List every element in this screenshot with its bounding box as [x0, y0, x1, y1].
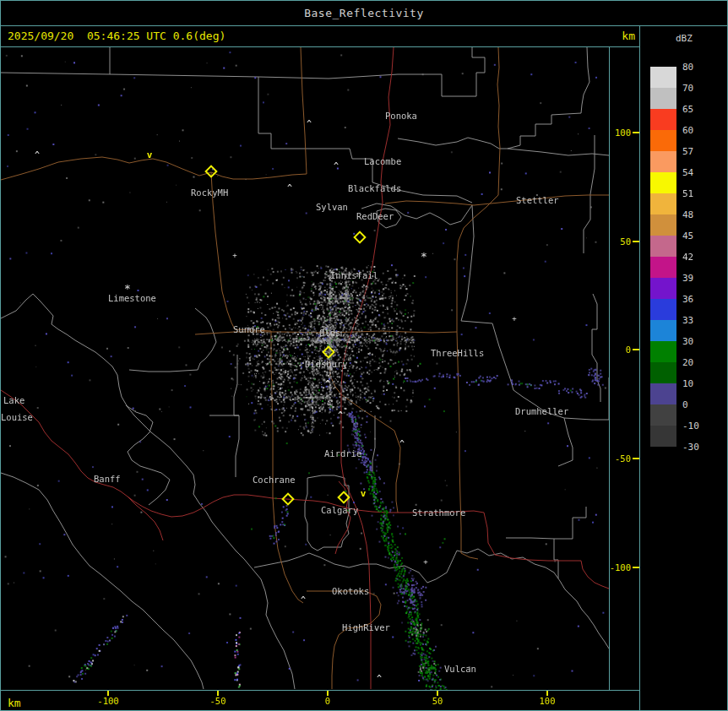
colorbar-tick-label: 80 [682, 62, 693, 72]
colorbar-swatch [650, 278, 676, 299]
top-km-unit-label: km [622, 30, 635, 42]
radar-application-window: Base_Reflectivity 2025/09/20 05:46:25 UT… [0, 0, 728, 711]
x-axis-tick-label: 100 [540, 697, 556, 706]
colorbar-swatch [650, 172, 676, 193]
colorbar-tick-label: 70 [682, 84, 693, 93]
colorbar-swatch [650, 426, 676, 447]
vee-marker-icon: v [147, 150, 153, 160]
summit-caret-icon: ^ [377, 675, 382, 683]
colorbar-tick-label: 48 [682, 210, 693, 220]
city-label-blackfalds: Blackfalds [348, 184, 401, 193]
colorbar-tick-label: 39 [682, 274, 693, 283]
colorbar-tick-label: 20 [682, 358, 693, 367]
colorbar-tick-label: -30 [682, 442, 699, 452]
map-pane: 2025/09/20 05:46:25 UTC 0.6(deg) km [1, 26, 640, 710]
colorbar-panel: dBZ 807065605754514845423936333020100-10… [640, 26, 728, 711]
y-axis-tick-label: 50 [620, 237, 631, 247]
map-right-border [609, 47, 610, 690]
city-label-drumheller: Drumheller [515, 407, 568, 416]
summit-caret-icon: ^ [301, 596, 306, 605]
colorbar-swatch [650, 383, 676, 404]
colorbar-swatch [650, 299, 676, 320]
colorbar-swatch [650, 362, 676, 383]
summit-caret-icon: ^ [334, 162, 339, 171]
city-label-strathmore: Strathmore [412, 508, 465, 518]
summit-caret-icon: ^ [287, 184, 292, 193]
title-bar: Base_Reflectivity [1, 1, 727, 26]
colorbar-swatch [650, 151, 676, 172]
summit-caret-icon: ^ [35, 151, 40, 160]
colorbar-swatch [650, 341, 676, 362]
summit-caret-icon: ^ [325, 380, 330, 388]
city-label-okotoks: Okotoks [332, 587, 369, 596]
city-label-olds: Olds [319, 328, 340, 338]
colorbar-tick-label: 57 [682, 147, 693, 156]
colorbar-swatch [650, 130, 676, 151]
city-label-cochrane: Cochrane [253, 475, 296, 485]
asterisk-marker-icon: * [421, 251, 427, 262]
colorbar-swatch [650, 67, 676, 88]
colorbar-tick-label: 30 [682, 337, 693, 346]
y-axis-tick-label: 0 [626, 345, 631, 355]
colorbar-swatch [650, 236, 676, 257]
city-label-didsbury: Didsbury [305, 360, 348, 369]
city-label-lake: Lake [3, 396, 24, 405]
window-title: Base_Reflectivity [304, 7, 424, 19]
city-label-limestone: Limestone [108, 294, 156, 303]
x-axis: km -100-50050100 [1, 690, 639, 710]
summit-caret-icon: ^ [338, 411, 343, 420]
city-label-highriver: HighRiver [342, 623, 390, 632]
x-axis-tick-label: 50 [432, 697, 443, 706]
colorbar-tick-label: 51 [682, 189, 693, 198]
colorbar-tick-label: 33 [682, 316, 693, 325]
bottom-km-unit-label: km [8, 697, 21, 709]
city-label-lacombe: Lacombe [364, 157, 401, 166]
colorbar-swatch [650, 214, 676, 236]
city-label-louise: Louise [1, 413, 33, 422]
city-label-sundre: Sundre [233, 325, 265, 334]
summit-caret-icon: ^ [399, 440, 405, 448]
y-axis-tick-label: 100 [615, 128, 631, 138]
city-label-banff: Banff [94, 475, 121, 484]
city-label-stettler: Stettler [516, 196, 559, 205]
colorbar-swatch [650, 320, 676, 341]
y-axis-tick-mark [633, 241, 639, 242]
city-label-innisfail: Innisfail [330, 271, 378, 280]
colorbar-tick-label: 0 [682, 400, 688, 410]
colorbar-tick-label: -10 [682, 421, 699, 431]
x-axis-tick-label: 0 [325, 697, 330, 706]
colorbar-swatch [650, 109, 676, 130]
city-label-rockymh: RockyMH [191, 188, 228, 198]
y-axis-tick-mark [633, 349, 639, 350]
x-axis-tick-label: -100 [97, 697, 118, 706]
x-axis-tick-label: -50 [210, 697, 226, 706]
timestamp-label: 2025/09/20 05:46:25 UTC 0.6(deg) [8, 30, 225, 42]
colorbar-tick-label: 36 [682, 295, 693, 304]
colorbar-tick-label: 10 [682, 379, 693, 388]
y-axis-tick-label: -100 [610, 563, 631, 573]
colorbar-swatch [650, 257, 676, 278]
colorbar-tick-label: 42 [682, 252, 693, 262]
y-axis-tick-mark [633, 567, 639, 568]
summit-caret-icon: ^ [307, 120, 312, 128]
y-axis-tick-mark [633, 458, 639, 459]
city-label-airdrie: Airdrie [324, 449, 361, 459]
plus-marker-icon: + [232, 252, 236, 259]
colorbar-swatch [650, 193, 676, 214]
info-bar: 2025/09/20 05:46:25 UTC 0.6(deg) km [1, 26, 639, 47]
colorbar-tick-label: 54 [682, 168, 693, 177]
plus-marker-icon: + [512, 315, 516, 323]
plus-marker-icon: + [423, 558, 427, 566]
colorbar-tick-label: 45 [682, 231, 693, 241]
city-label-threehills: ThreeHills [431, 349, 484, 358]
city-label-vulcan: Vulcan [444, 665, 476, 674]
radar-map-viewport[interactable]: PonokaLacombeBlackfaldsSylvanRedDeerStet… [1, 47, 639, 691]
colorbar-tick-label: 65 [682, 105, 693, 114]
dbz-unit-label: dBZ [676, 33, 693, 44]
city-label-ponoka: Ponoka [385, 111, 417, 121]
colorbar-swatch [650, 404, 676, 426]
city-label-sylvan: Sylvan [316, 203, 348, 212]
city-label-calgary: Calgary [321, 506, 358, 515]
colorbar-tick-label: 60 [682, 126, 693, 135]
city-label-reddeer: RedDeer [356, 212, 394, 221]
